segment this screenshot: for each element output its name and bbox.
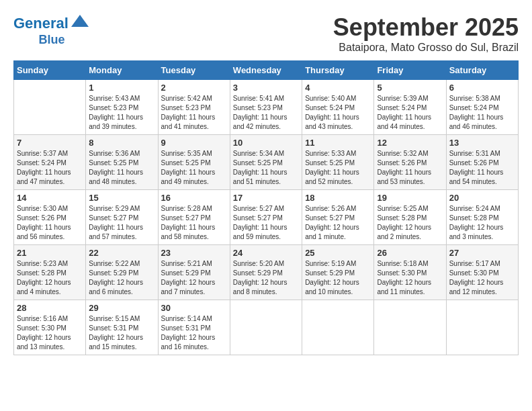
weekday-header-wednesday: Wednesday <box>230 61 302 80</box>
day-info: Sunrise: 5:28 AMSunset: 5:27 PMDaylight:… <box>161 204 227 242</box>
day-number: 25 <box>305 248 371 258</box>
day-number: 22 <box>89 248 154 258</box>
calendar-cell: 24Sunrise: 5:20 AMSunset: 5:29 PMDayligh… <box>230 245 302 300</box>
day-info: Sunrise: 5:15 AMSunset: 5:31 PMDaylight:… <box>89 314 154 352</box>
calendar-cell: 16Sunrise: 5:28 AMSunset: 5:27 PMDayligh… <box>158 190 230 245</box>
week-row-4: 21Sunrise: 5:23 AMSunset: 5:28 PMDayligh… <box>14 245 519 300</box>
day-info: Sunrise: 5:14 AMSunset: 5:31 PMDaylight:… <box>161 314 227 352</box>
day-info: Sunrise: 5:38 AMSunset: 5:24 PMDaylight:… <box>449 94 515 132</box>
day-number: 10 <box>233 138 299 148</box>
day-info: Sunrise: 5:39 AMSunset: 5:24 PMDaylight:… <box>377 94 443 132</box>
weekday-header-thursday: Thursday <box>302 61 374 80</box>
day-info: Sunrise: 5:31 AMSunset: 5:26 PMDaylight:… <box>449 149 515 187</box>
calendar-cell <box>230 300 302 355</box>
day-info: Sunrise: 5:40 AMSunset: 5:24 PMDaylight:… <box>305 94 371 132</box>
calendar-cell <box>14 80 86 135</box>
day-info: Sunrise: 5:35 AMSunset: 5:25 PMDaylight:… <box>161 149 227 187</box>
week-row-2: 7Sunrise: 5:37 AMSunset: 5:24 PMDaylight… <box>14 135 519 190</box>
logo-icon <box>70 13 90 34</box>
week-row-3: 14Sunrise: 5:30 AMSunset: 5:26 PMDayligh… <box>14 190 519 245</box>
calendar-cell: 28Sunrise: 5:16 AMSunset: 5:30 PMDayligh… <box>14 300 86 355</box>
day-number: 5 <box>377 83 443 93</box>
calendar-cell: 29Sunrise: 5:15 AMSunset: 5:31 PMDayligh… <box>86 300 158 355</box>
calendar-cell: 22Sunrise: 5:22 AMSunset: 5:29 PMDayligh… <box>86 245 158 300</box>
day-info: Sunrise: 5:19 AMSunset: 5:29 PMDaylight:… <box>305 259 371 297</box>
day-info: Sunrise: 5:25 AMSunset: 5:28 PMDaylight:… <box>377 204 443 242</box>
day-number: 13 <box>449 138 515 148</box>
calendar-cell: 8Sunrise: 5:36 AMSunset: 5:25 PMDaylight… <box>86 135 158 190</box>
day-number: 11 <box>305 138 371 148</box>
calendar-cell <box>374 300 446 355</box>
calendar-cell: 19Sunrise: 5:25 AMSunset: 5:28 PMDayligh… <box>374 190 446 245</box>
day-number: 29 <box>89 303 154 313</box>
title-block: September 2025 Bataipora, Mato Grosso do… <box>333 13 519 54</box>
day-number: 20 <box>449 193 515 203</box>
day-info: Sunrise: 5:32 AMSunset: 5:26 PMDaylight:… <box>377 149 443 187</box>
calendar-cell: 10Sunrise: 5:34 AMSunset: 5:25 PMDayligh… <box>230 135 302 190</box>
calendar-cell: 26Sunrise: 5:18 AMSunset: 5:30 PMDayligh… <box>374 245 446 300</box>
day-number: 30 <box>161 303 227 313</box>
week-row-1: 1Sunrise: 5:43 AMSunset: 5:23 PMDaylight… <box>14 80 519 135</box>
day-number: 3 <box>233 83 299 93</box>
day-number: 12 <box>377 138 443 148</box>
day-number: 8 <box>89 138 154 148</box>
day-info: Sunrise: 5:16 AMSunset: 5:30 PMDaylight:… <box>17 314 83 352</box>
calendar-cell: 18Sunrise: 5:26 AMSunset: 5:27 PMDayligh… <box>302 190 374 245</box>
calendar-cell: 1Sunrise: 5:43 AMSunset: 5:23 PMDaylight… <box>86 80 158 135</box>
day-info: Sunrise: 5:34 AMSunset: 5:25 PMDaylight:… <box>233 149 299 187</box>
day-number: 26 <box>377 248 443 258</box>
weekday-header-monday: Monday <box>86 61 158 80</box>
day-info: Sunrise: 5:30 AMSunset: 5:26 PMDaylight:… <box>17 204 83 242</box>
day-number: 9 <box>161 138 227 148</box>
svg-marker-0 <box>71 15 89 27</box>
day-info: Sunrise: 5:26 AMSunset: 5:27 PMDaylight:… <box>305 204 371 242</box>
day-info: Sunrise: 5:27 AMSunset: 5:27 PMDaylight:… <box>233 204 299 242</box>
day-number: 18 <box>305 193 371 203</box>
calendar-cell: 17Sunrise: 5:27 AMSunset: 5:27 PMDayligh… <box>230 190 302 245</box>
day-info: Sunrise: 5:37 AMSunset: 5:24 PMDaylight:… <box>17 149 83 187</box>
day-info: Sunrise: 5:20 AMSunset: 5:29 PMDaylight:… <box>233 259 299 297</box>
week-row-5: 28Sunrise: 5:16 AMSunset: 5:30 PMDayligh… <box>14 300 519 355</box>
calendar-cell: 21Sunrise: 5:23 AMSunset: 5:28 PMDayligh… <box>14 245 86 300</box>
calendar-cell: 5Sunrise: 5:39 AMSunset: 5:24 PMDaylight… <box>374 80 446 135</box>
weekday-header-sunday: Sunday <box>14 61 86 80</box>
calendar-cell: 7Sunrise: 5:37 AMSunset: 5:24 PMDaylight… <box>14 135 86 190</box>
day-info: Sunrise: 5:33 AMSunset: 5:25 PMDaylight:… <box>305 149 371 187</box>
logo-text: General <box>13 15 69 32</box>
calendar-cell: 3Sunrise: 5:41 AMSunset: 5:23 PMDaylight… <box>230 80 302 135</box>
calendar-cell: 30Sunrise: 5:14 AMSunset: 5:31 PMDayligh… <box>158 300 230 355</box>
day-info: Sunrise: 5:42 AMSunset: 5:23 PMDaylight:… <box>161 94 227 132</box>
day-info: Sunrise: 5:43 AMSunset: 5:23 PMDaylight:… <box>89 94 154 132</box>
day-number: 27 <box>449 248 515 258</box>
day-info: Sunrise: 5:41 AMSunset: 5:23 PMDaylight:… <box>233 94 299 132</box>
day-info: Sunrise: 5:23 AMSunset: 5:28 PMDaylight:… <box>17 259 83 297</box>
location: Bataipora, Mato Grosso do Sul, Brazil <box>333 42 519 54</box>
page-header: General Blue September 2025 Bataipora, M… <box>13 13 519 54</box>
day-number: 1 <box>89 83 154 93</box>
calendar-cell <box>302 300 374 355</box>
day-info: Sunrise: 5:17 AMSunset: 5:30 PMDaylight:… <box>449 259 515 297</box>
day-number: 21 <box>17 248 83 258</box>
calendar-cell: 20Sunrise: 5:24 AMSunset: 5:28 PMDayligh… <box>446 190 518 245</box>
calendar-cell: 15Sunrise: 5:29 AMSunset: 5:27 PMDayligh… <box>86 190 158 245</box>
day-info: Sunrise: 5:29 AMSunset: 5:27 PMDaylight:… <box>89 204 154 242</box>
day-number: 23 <box>161 248 227 258</box>
month-title: September 2025 <box>333 13 519 42</box>
weekday-header-friday: Friday <box>374 61 446 80</box>
calendar-cell: 4Sunrise: 5:40 AMSunset: 5:24 PMDaylight… <box>302 80 374 135</box>
day-number: 16 <box>161 193 227 203</box>
calendar-cell: 9Sunrise: 5:35 AMSunset: 5:25 PMDaylight… <box>158 135 230 190</box>
day-number: 24 <box>233 248 299 258</box>
day-number: 19 <box>377 193 443 203</box>
calendar-cell: 27Sunrise: 5:17 AMSunset: 5:30 PMDayligh… <box>446 245 518 300</box>
calendar-cell: 11Sunrise: 5:33 AMSunset: 5:25 PMDayligh… <box>302 135 374 190</box>
day-number: 4 <box>305 83 371 93</box>
calendar-cell: 23Sunrise: 5:21 AMSunset: 5:29 PMDayligh… <box>158 245 230 300</box>
day-info: Sunrise: 5:36 AMSunset: 5:25 PMDaylight:… <box>89 149 154 187</box>
calendar-cell: 13Sunrise: 5:31 AMSunset: 5:26 PMDayligh… <box>446 135 518 190</box>
day-info: Sunrise: 5:22 AMSunset: 5:29 PMDaylight:… <box>89 259 154 297</box>
calendar-cell: 6Sunrise: 5:38 AMSunset: 5:24 PMDaylight… <box>446 80 518 135</box>
calendar-cell: 12Sunrise: 5:32 AMSunset: 5:26 PMDayligh… <box>374 135 446 190</box>
day-info: Sunrise: 5:18 AMSunset: 5:30 PMDaylight:… <box>377 259 443 297</box>
day-number: 2 <box>161 83 227 93</box>
